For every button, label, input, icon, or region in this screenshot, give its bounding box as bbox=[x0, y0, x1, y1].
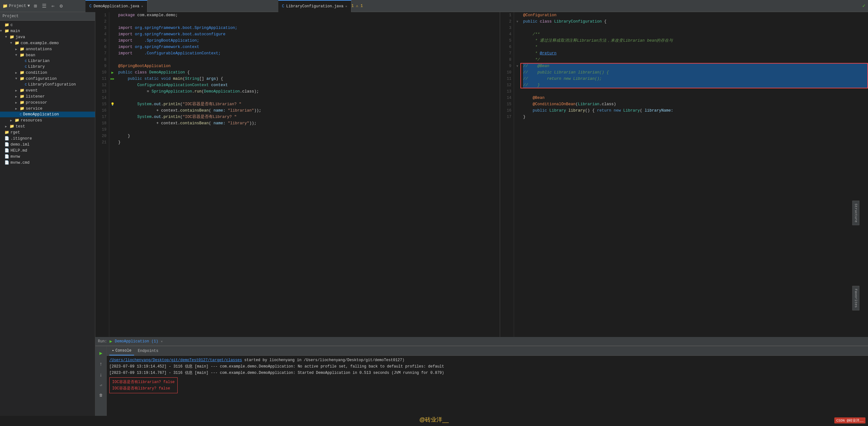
right-line-number: 9 bbox=[501, 63, 511, 69]
bottom-left-actions: ▶ ↑ ↓ ⏎ 🗑 bbox=[95, 346, 107, 416]
sidebar-item-.itignore[interactable]: 📄.itignore bbox=[0, 136, 95, 141]
left-editor-scroll[interactable]: 123456789101112131415161718192021 ▶▶▶💡 p… bbox=[95, 12, 500, 337]
sidebar-item-main[interactable]: ▼📁main bbox=[0, 28, 95, 34]
right-gutter: ▼▼ bbox=[514, 12, 520, 337]
gutter-line bbox=[109, 12, 116, 19]
gutter-line bbox=[109, 88, 116, 95]
tree-item-label: java bbox=[16, 35, 25, 39]
right-code-line: * bbox=[523, 44, 868, 50]
right-tab-close[interactable]: ✕ bbox=[345, 4, 347, 8]
sidebar-tree[interactable]: 📁c▼📁main▼📁java▼📁com.example.demo▶📁annota… bbox=[0, 21, 95, 416]
scroll-down-icon[interactable]: ↓ bbox=[98, 371, 104, 379]
clear-icon[interactable]: 🗑 bbox=[98, 392, 104, 399]
folder-icon: 📁 bbox=[20, 100, 25, 105]
tree-item-label: resources bbox=[21, 118, 42, 123]
layout-icon[interactable]: ⊞ bbox=[34, 3, 37, 9]
tab-endpoints[interactable]: Endpoints bbox=[135, 346, 161, 356]
gutter-line bbox=[109, 95, 116, 101]
line-number: 17 bbox=[97, 114, 106, 120]
folder-icon: 📁 bbox=[4, 29, 9, 33]
tab-console[interactable]: ▪ Console bbox=[109, 346, 134, 356]
code-line: = SpringApplication.run(DemoApplication.… bbox=[118, 88, 500, 95]
gutter-line bbox=[109, 133, 116, 139]
folder-icon: 📁 bbox=[20, 88, 25, 93]
tree-arrow: ▶ bbox=[10, 119, 14, 122]
sidebar-item-demo.iml[interactable]: 📄demo.iml bbox=[0, 141, 95, 147]
folder-icon: 📁 bbox=[14, 118, 20, 123]
sidebar-item-mvnw[interactable]: 📄mvnw bbox=[0, 153, 95, 160]
project-selector[interactable]: 📁 Project ▼ bbox=[3, 3, 30, 8]
sidebar-item-rget[interactable]: 📁rget bbox=[0, 130, 95, 136]
sidebar-item-demoapplication[interactable]: CDemoApplication bbox=[0, 112, 95, 117]
console-output-box: IOC容器是否有librarian? falseIOC容器是否有library?… bbox=[109, 377, 178, 393]
tree-item-label: processor bbox=[26, 101, 47, 105]
tree-arrow: ▶ bbox=[15, 101, 20, 105]
sidebar-item-bean[interactable]: ▼📁bean bbox=[0, 52, 95, 58]
settings-icon[interactable]: ⚙ bbox=[60, 3, 63, 9]
right-gutter-line bbox=[514, 44, 520, 50]
sidebar-item-service[interactable]: ▶📁service bbox=[0, 106, 95, 112]
sidebar-item-processor[interactable]: ▶📁processor bbox=[0, 100, 95, 106]
left-tab-close[interactable]: ✕ bbox=[142, 4, 143, 8]
run-gutter-icon-2[interactable]: ▶▶ bbox=[111, 77, 114, 81]
tab-library-configuration[interactable]: C LibraryConfiguration.java ✕ bbox=[278, 0, 351, 12]
right-code-line: @Bean bbox=[523, 95, 868, 101]
console-icon: ▪ bbox=[112, 348, 114, 353]
right-code-line: @ConditionalOnBean(Librarian.class) bbox=[523, 101, 868, 108]
code-line: } bbox=[118, 133, 500, 139]
right-editor-scroll[interactable]: 1234567891011121314151617 ▼▼ @Configurat… bbox=[500, 12, 868, 337]
sidebar-item-library[interactable]: CLibrary bbox=[0, 64, 95, 69]
fold-icon[interactable]: ▼ bbox=[516, 64, 518, 68]
line-number: 9 bbox=[97, 63, 106, 69]
sidebar-item-help.md[interactable]: 📄HELP.md bbox=[0, 147, 95, 153]
structure-tab[interactable]: Structure bbox=[852, 201, 859, 225]
line-number: 13 bbox=[97, 88, 106, 95]
sidebar-item-java[interactable]: ▼📁java bbox=[0, 34, 95, 40]
sidebar-item-configuration[interactable]: ▼📁configuration bbox=[0, 76, 95, 82]
gutter-line bbox=[109, 37, 116, 44]
tab-demo-application[interactable]: C DemoApplication.java ✕ bbox=[86, 0, 147, 12]
file-icon: 📄 bbox=[4, 160, 9, 165]
sidebar-item-event[interactable]: ▶📁event bbox=[0, 87, 95, 93]
gutter-line: 💡 bbox=[109, 101, 116, 108]
sidebar-item-c[interactable]: 📁c bbox=[0, 22, 95, 28]
sidebar-item-mvnw.cmd[interactable]: 📄mvnw.cmd bbox=[0, 160, 95, 166]
tree-arrow: ▼ bbox=[15, 53, 20, 57]
sidebar-item-libraryconfiguration[interactable]: CLibraryConfiguration bbox=[0, 82, 95, 87]
list-icon[interactable]: ☰ bbox=[42, 3, 46, 9]
wrap-icon[interactable]: ⏎ bbox=[98, 382, 103, 389]
csdn-badge: CSDN @砖业洋__ bbox=[834, 418, 865, 423]
right-gutter-line bbox=[514, 101, 520, 108]
tree-item-label: mvnw bbox=[10, 154, 20, 159]
folder-icon: 📁 bbox=[20, 106, 25, 111]
collapse-icon[interactable]: ⇐ bbox=[52, 3, 55, 9]
fold-icon[interactable]: ▼ bbox=[516, 20, 518, 24]
tree-item-label: Library bbox=[28, 64, 45, 69]
sidebar-item-condition[interactable]: ▶📁condition bbox=[0, 69, 95, 76]
sidebar-item-librarian[interactable]: CLibrarian bbox=[0, 58, 95, 64]
run-app-icon: ▶ bbox=[110, 339, 112, 344]
sidebar-item-annotations[interactable]: ▶📁annotations bbox=[0, 46, 95, 52]
line-number: 4 bbox=[97, 31, 106, 37]
tree-item-label: c bbox=[10, 23, 13, 27]
scroll-up-icon[interactable]: ↑ bbox=[98, 360, 104, 368]
run-gutter-icon[interactable]: ▶ bbox=[111, 70, 114, 75]
project-dropdown-icon: ▼ bbox=[28, 3, 30, 8]
right-line-number: 10 bbox=[501, 69, 511, 76]
sidebar-item-listener[interactable]: ▶📁listener bbox=[0, 93, 95, 100]
run-bar: Run: ▶ DemoApplication (1) ✕ bbox=[95, 337, 868, 346]
gutter-line bbox=[109, 44, 116, 50]
favorites-tab[interactable]: Favorites bbox=[852, 286, 859, 310]
bottom-tabs: ▪ Console Endpoints bbox=[107, 346, 868, 356]
bottom-panel: ▶ ↑ ↓ ⏎ 🗑 ▪ Console Endpoints bbox=[95, 346, 868, 416]
bottom-split: ▶ ↑ ↓ ⏎ 🗑 ▪ Console Endpoints bbox=[95, 346, 868, 416]
run-action-icon[interactable]: ▶ bbox=[98, 349, 104, 358]
file-icon: 📄 bbox=[4, 148, 9, 153]
gutter-line bbox=[109, 126, 116, 133]
sidebar-item-test[interactable]: ▶📁test bbox=[0, 123, 95, 130]
sidebar-item-resources[interactable]: ▶📁resources bbox=[0, 117, 95, 123]
code-line: import org.springframework.context bbox=[118, 44, 500, 50]
sidebar-item-com.example.demo[interactable]: ▼📁com.example.demo bbox=[0, 40, 95, 46]
run-app-close[interactable]: ✕ bbox=[161, 340, 163, 343]
console-link[interactable]: /Users/liochenyang/Desktop/git/demoTest0… bbox=[109, 358, 242, 362]
